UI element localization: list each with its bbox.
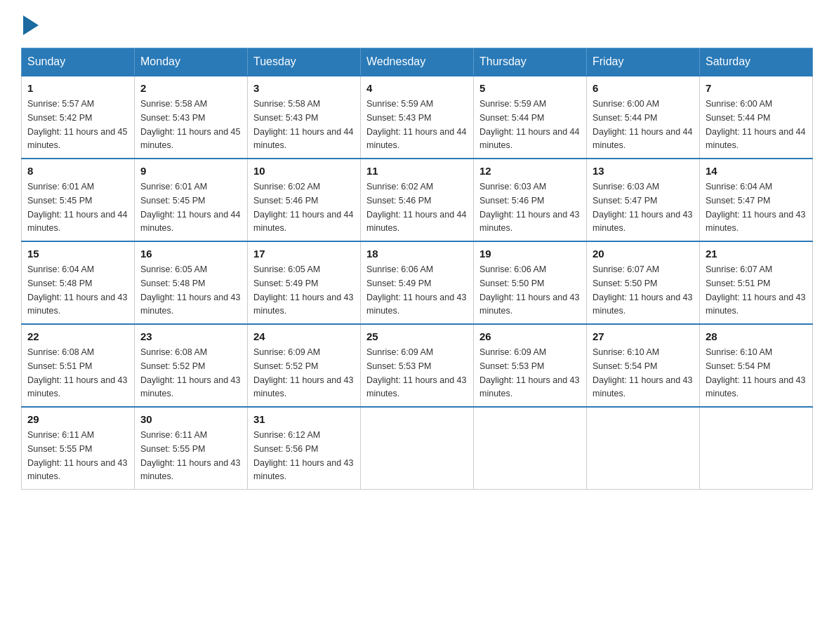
- day-cell: 28 Sunrise: 6:10 AMSunset: 5:54 PMDaylig…: [700, 324, 813, 407]
- day-info: Sunrise: 6:05 AMSunset: 5:49 PMDaylight:…: [253, 264, 353, 316]
- week-row-2: 8 Sunrise: 6:01 AMSunset: 5:45 PMDayligh…: [22, 159, 813, 241]
- day-number: 2: [140, 82, 241, 94]
- day-number: 20: [593, 248, 694, 260]
- day-cell: 14 Sunrise: 6:04 AMSunset: 5:47 PMDaylig…: [700, 159, 813, 241]
- day-number: 7: [706, 82, 807, 94]
- day-cell: 23 Sunrise: 6:08 AMSunset: 5:52 PMDaylig…: [135, 324, 248, 407]
- day-cell: 11 Sunrise: 6:02 AMSunset: 5:46 PMDaylig…: [361, 159, 474, 241]
- day-info: Sunrise: 6:08 AMSunset: 5:52 PMDaylight:…: [140, 347, 240, 398]
- day-info: Sunrise: 6:03 AMSunset: 5:47 PMDaylight:…: [593, 182, 692, 233]
- day-number: 14: [706, 165, 807, 177]
- day-number: 8: [27, 165, 128, 177]
- day-info: Sunrise: 6:02 AMSunset: 5:46 PMDaylight:…: [253, 182, 353, 233]
- day-cell: 9 Sunrise: 6:01 AMSunset: 5:45 PMDayligh…: [135, 159, 248, 241]
- logo: [21, 14, 39, 34]
- day-number: 13: [593, 165, 694, 177]
- day-number: 30: [140, 413, 241, 425]
- day-info: Sunrise: 6:10 AMSunset: 5:54 PMDaylight:…: [593, 347, 692, 398]
- svg-marker-0: [23, 15, 39, 35]
- day-number: 4: [366, 82, 468, 94]
- day-info: Sunrise: 6:10 AMSunset: 5:54 PMDaylight:…: [706, 347, 805, 398]
- day-info: Sunrise: 5:57 AMSunset: 5:42 PMDaylight:…: [27, 99, 127, 150]
- day-info: Sunrise: 5:58 AMSunset: 5:43 PMDaylight:…: [140, 99, 240, 150]
- day-number: 11: [366, 165, 468, 177]
- day-info: Sunrise: 6:01 AMSunset: 5:45 PMDaylight:…: [27, 182, 127, 233]
- day-info: Sunrise: 6:09 AMSunset: 5:52 PMDaylight:…: [253, 347, 353, 398]
- day-info: Sunrise: 6:01 AMSunset: 5:45 PMDaylight:…: [140, 182, 240, 233]
- day-number: 29: [27, 413, 128, 425]
- day-cell: 15 Sunrise: 6:04 AMSunset: 5:48 PMDaylig…: [22, 241, 135, 324]
- day-cell: 22 Sunrise: 6:08 AMSunset: 5:51 PMDaylig…: [22, 324, 135, 407]
- calendar-table: SundayMondayTuesdayWednesdayThursdayFrid…: [21, 48, 813, 490]
- weekday-header-friday: Friday: [587, 48, 700, 76]
- day-number: 16: [140, 248, 241, 260]
- day-info: Sunrise: 5:59 AMSunset: 5:43 PMDaylight:…: [366, 99, 466, 150]
- day-info: Sunrise: 6:07 AMSunset: 5:51 PMDaylight:…: [706, 264, 805, 316]
- day-cell: 2 Sunrise: 5:58 AMSunset: 5:43 PMDayligh…: [135, 76, 248, 159]
- weekday-header-wednesday: Wednesday: [361, 48, 474, 76]
- weekday-header-row: SundayMondayTuesdayWednesdayThursdayFrid…: [22, 48, 813, 76]
- day-number: 28: [706, 330, 807, 342]
- weekday-header-thursday: Thursday: [474, 48, 587, 76]
- day-info: Sunrise: 6:06 AMSunset: 5:50 PMDaylight:…: [479, 264, 579, 316]
- week-row-1: 1 Sunrise: 5:57 AMSunset: 5:42 PMDayligh…: [22, 76, 813, 159]
- day-cell: 27 Sunrise: 6:10 AMSunset: 5:54 PMDaylig…: [587, 324, 700, 407]
- day-info: Sunrise: 6:12 AMSunset: 5:56 PMDaylight:…: [253, 430, 353, 481]
- day-cell: 21 Sunrise: 6:07 AMSunset: 5:51 PMDaylig…: [700, 241, 813, 324]
- page-header: [21, 14, 813, 34]
- day-cell: 24 Sunrise: 6:09 AMSunset: 5:52 PMDaylig…: [248, 324, 361, 407]
- day-info: Sunrise: 6:09 AMSunset: 5:53 PMDaylight:…: [366, 347, 466, 398]
- day-info: Sunrise: 5:58 AMSunset: 5:43 PMDaylight:…: [253, 99, 353, 150]
- day-cell: 10 Sunrise: 6:02 AMSunset: 5:46 PMDaylig…: [248, 159, 361, 241]
- day-cell: [474, 407, 587, 490]
- day-info: Sunrise: 6:08 AMSunset: 5:51 PMDaylight:…: [27, 347, 127, 398]
- day-cell: 16 Sunrise: 6:05 AMSunset: 5:48 PMDaylig…: [135, 241, 248, 324]
- day-number: 18: [366, 248, 468, 260]
- day-cell: 12 Sunrise: 6:03 AMSunset: 5:46 PMDaylig…: [474, 159, 587, 241]
- day-number: 10: [253, 165, 355, 177]
- day-cell: [587, 407, 700, 490]
- day-info: Sunrise: 6:02 AMSunset: 5:46 PMDaylight:…: [366, 182, 466, 233]
- day-number: 22: [27, 330, 128, 342]
- day-info: Sunrise: 6:00 AMSunset: 5:44 PMDaylight:…: [706, 99, 805, 150]
- day-cell: 19 Sunrise: 6:06 AMSunset: 5:50 PMDaylig…: [474, 241, 587, 324]
- day-info: Sunrise: 6:07 AMSunset: 5:50 PMDaylight:…: [593, 264, 692, 316]
- day-cell: [361, 407, 474, 490]
- day-cell: 8 Sunrise: 6:01 AMSunset: 5:45 PMDayligh…: [22, 159, 135, 241]
- day-number: 9: [140, 165, 241, 177]
- day-cell: 3 Sunrise: 5:58 AMSunset: 5:43 PMDayligh…: [248, 76, 361, 159]
- day-cell: 5 Sunrise: 5:59 AMSunset: 5:44 PMDayligh…: [474, 76, 587, 159]
- day-info: Sunrise: 6:11 AMSunset: 5:55 PMDaylight:…: [27, 430, 127, 481]
- weekday-header-sunday: Sunday: [22, 48, 135, 76]
- day-cell: 31 Sunrise: 6:12 AMSunset: 5:56 PMDaylig…: [248, 407, 361, 490]
- day-info: Sunrise: 5:59 AMSunset: 5:44 PMDaylight:…: [479, 99, 579, 150]
- day-info: Sunrise: 6:05 AMSunset: 5:48 PMDaylight:…: [140, 264, 240, 316]
- day-cell: 26 Sunrise: 6:09 AMSunset: 5:53 PMDaylig…: [474, 324, 587, 407]
- day-number: 3: [253, 82, 355, 94]
- logo-triangle-icon: [23, 15, 39, 35]
- weekday-header-monday: Monday: [135, 48, 248, 76]
- week-row-3: 15 Sunrise: 6:04 AMSunset: 5:48 PMDaylig…: [22, 241, 813, 324]
- day-info: Sunrise: 6:11 AMSunset: 5:55 PMDaylight:…: [140, 430, 240, 481]
- day-number: 17: [253, 248, 355, 260]
- day-cell: 25 Sunrise: 6:09 AMSunset: 5:53 PMDaylig…: [361, 324, 474, 407]
- day-number: 19: [479, 248, 581, 260]
- day-number: 15: [27, 248, 128, 260]
- day-info: Sunrise: 6:00 AMSunset: 5:44 PMDaylight:…: [593, 99, 692, 150]
- day-number: 27: [593, 330, 694, 342]
- day-cell: 6 Sunrise: 6:00 AMSunset: 5:44 PMDayligh…: [587, 76, 700, 159]
- day-info: Sunrise: 6:09 AMSunset: 5:53 PMDaylight:…: [479, 347, 579, 398]
- day-cell: 30 Sunrise: 6:11 AMSunset: 5:55 PMDaylig…: [135, 407, 248, 490]
- day-cell: 29 Sunrise: 6:11 AMSunset: 5:55 PMDaylig…: [22, 407, 135, 490]
- week-row-4: 22 Sunrise: 6:08 AMSunset: 5:51 PMDaylig…: [22, 324, 813, 407]
- day-cell: 13 Sunrise: 6:03 AMSunset: 5:47 PMDaylig…: [587, 159, 700, 241]
- day-cell: 1 Sunrise: 5:57 AMSunset: 5:42 PMDayligh…: [22, 76, 135, 159]
- day-number: 21: [706, 248, 807, 260]
- day-cell: 17 Sunrise: 6:05 AMSunset: 5:49 PMDaylig…: [248, 241, 361, 324]
- day-number: 1: [27, 82, 128, 94]
- weekday-header-tuesday: Tuesday: [248, 48, 361, 76]
- week-row-5: 29 Sunrise: 6:11 AMSunset: 5:55 PMDaylig…: [22, 407, 813, 490]
- day-info: Sunrise: 6:04 AMSunset: 5:47 PMDaylight:…: [706, 182, 805, 233]
- day-cell: [700, 407, 813, 490]
- day-cell: 4 Sunrise: 5:59 AMSunset: 5:43 PMDayligh…: [361, 76, 474, 159]
